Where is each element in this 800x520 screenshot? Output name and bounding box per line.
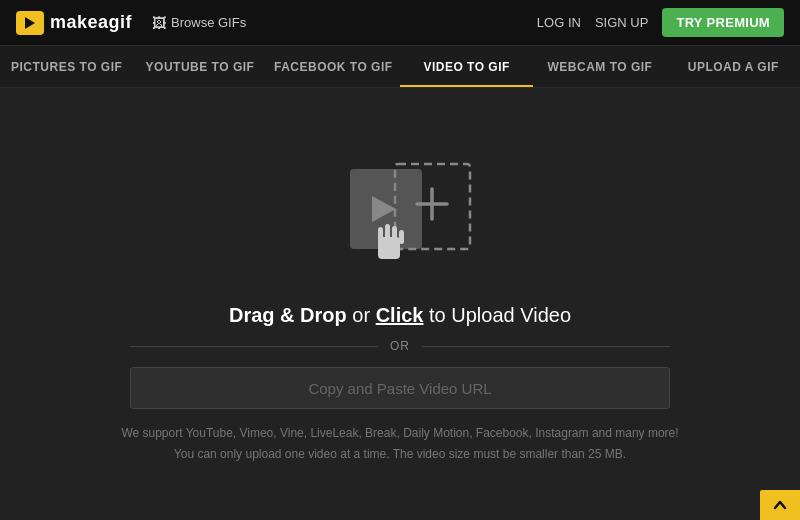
tab-facebook[interactable]: FACEBOOK TO GIF: [267, 46, 400, 87]
click-link[interactable]: Click: [376, 304, 424, 326]
drag-drop-or: or: [347, 304, 376, 326]
support-text: We support YouTube, Vimeo, Vine, LiveLea…: [121, 423, 678, 464]
support-line1: We support YouTube, Vimeo, Vine, LiveLea…: [121, 423, 678, 443]
tab-youtube[interactable]: YOUTUBE TO GIF: [133, 46, 266, 87]
tab-webcam[interactable]: WEBCAM TO GIF: [533, 46, 666, 87]
or-text: OR: [378, 339, 422, 353]
try-premium-button[interactable]: TRY PREMIUM: [662, 8, 784, 37]
logo-area: makeagif: [16, 11, 132, 35]
drag-drop-bold: Drag & Drop: [229, 304, 347, 326]
main-content: Drag & Drop or Click to Upload Video OR …: [0, 88, 800, 520]
scroll-button[interactable]: [760, 490, 800, 520]
image-icon: 🖼: [152, 15, 166, 31]
logo-icon: [16, 11, 44, 35]
signup-link[interactable]: SIGN UP: [595, 15, 648, 30]
support-line2: You can only upload one video at a time.…: [121, 444, 678, 464]
header: makeagif 🖼 Browse GIFs LOG IN SIGN UP TR…: [0, 0, 800, 46]
drag-drop-suffix: to Upload Video: [423, 304, 571, 326]
svg-rect-10: [399, 230, 404, 244]
tab-pictures[interactable]: PICTURES TO GIF: [0, 46, 133, 87]
browse-gifs-label: Browse GIFs: [171, 15, 246, 30]
or-line-left: [130, 346, 378, 347]
chevron-up-icon: [773, 498, 787, 512]
or-line-right: [422, 346, 670, 347]
url-input-wrapper: [130, 367, 670, 409]
tab-video[interactable]: VIDEO TO GIF: [400, 46, 533, 87]
drag-drop-text[interactable]: Drag & Drop or Click to Upload Video: [229, 304, 571, 327]
or-divider: OR: [130, 339, 670, 353]
tab-upload[interactable]: UPLOAD A GIF: [667, 46, 800, 87]
svg-marker-0: [25, 17, 35, 29]
upload-illustration: [320, 144, 480, 284]
main-wrapper: Drag & Drop or Click to Upload Video OR …: [0, 88, 800, 520]
svg-rect-7: [378, 227, 383, 242]
upload-icon-area: [320, 144, 480, 284]
url-input[interactable]: [130, 367, 670, 409]
browse-gifs-link[interactable]: 🖼 Browse GIFs: [152, 15, 246, 31]
header-nav: LOG IN SIGN UP TRY PREMIUM: [537, 8, 784, 37]
svg-rect-9: [392, 226, 397, 242]
svg-rect-8: [385, 224, 390, 242]
login-link[interactable]: LOG IN: [537, 15, 581, 30]
logo-text[interactable]: makeagif: [50, 12, 132, 33]
nav-tabs: PICTURES TO GIF YOUTUBE TO GIF FACEBOOK …: [0, 46, 800, 88]
